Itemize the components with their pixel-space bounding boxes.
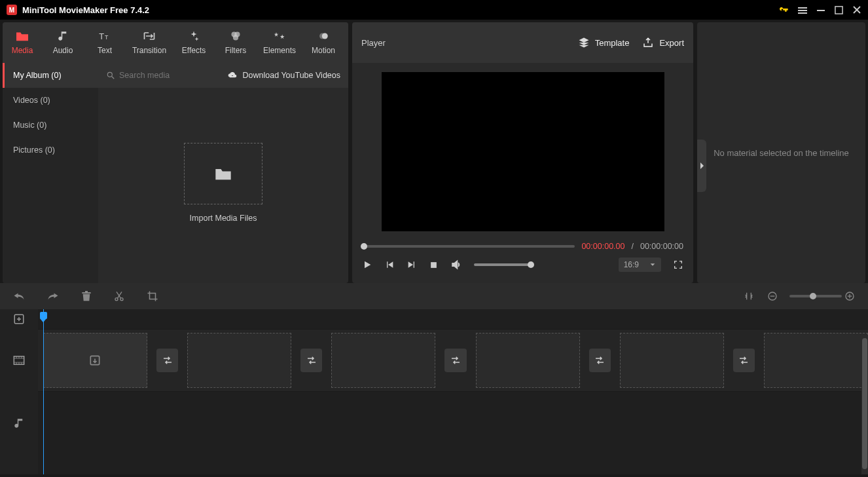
tab-elements[interactable]: Elements <box>257 22 302 63</box>
tab-label: Effects <box>182 46 206 55</box>
svg-point-8 <box>319 33 325 39</box>
tab-text[interactable]: TT Text <box>84 22 126 63</box>
chevron-down-icon <box>649 261 656 268</box>
sparkle-icon <box>188 30 200 42</box>
play-icon[interactable] <box>362 259 372 270</box>
scrubber-thumb[interactable] <box>361 243 367 250</box>
vertical-scrollbar[interactable] <box>861 335 868 474</box>
timeline-tracks <box>38 309 868 474</box>
template-button[interactable]: Template <box>578 37 630 48</box>
prev-frame-icon[interactable] <box>384 259 395 270</box>
sidebar-item-my-album[interactable]: My Album (0) <box>3 63 98 88</box>
media-toolbar: Download YouTube Videos <box>98 63 348 88</box>
aspect-ratio-select[interactable]: 16:9 <box>619 258 661 272</box>
transition-slot[interactable] <box>589 349 611 372</box>
audio-track-icon <box>0 392 38 455</box>
export-icon <box>642 37 654 48</box>
sidebar-item-label: Music (0) <box>13 121 46 130</box>
clip-slot[interactable] <box>620 333 724 388</box>
transition-slot[interactable] <box>444 349 466 372</box>
sidebar-item-pictures[interactable]: Pictures (0) <box>3 138 98 162</box>
delete-icon[interactable] <box>81 290 92 302</box>
folder-icon <box>214 166 232 181</box>
scrubber: 00:00:00.00 / 00:00:00:00 <box>362 242 683 251</box>
music-note-icon <box>57 30 69 42</box>
scrollbar-thumb[interactable] <box>862 338 867 469</box>
hamburger-menu-icon[interactable] <box>798 6 807 14</box>
template-label: Template <box>595 38 630 48</box>
import-zone: Import Media Files <box>98 88 348 283</box>
expand-handle[interactable] <box>697 140 706 192</box>
transition-slot[interactable] <box>300 349 322 372</box>
timeline-ruler[interactable] <box>38 309 868 329</box>
aspect-value: 16:9 <box>624 260 639 269</box>
sidebar-item-videos[interactable]: Videos (0) <box>3 88 98 113</box>
time-current: 00:00:00.00 <box>581 242 624 251</box>
auto-fit-icon[interactable] <box>744 291 754 301</box>
volume-slider[interactable] <box>474 263 533 266</box>
layers-icon <box>578 37 590 48</box>
zoom-in-icon[interactable] <box>844 291 855 301</box>
fullscreen-icon[interactable] <box>673 259 683 270</box>
tab-label: Motion <box>312 46 335 55</box>
license-key-icon[interactable] <box>778 5 789 15</box>
tab-label: Text <box>98 46 112 55</box>
sidebar-item-label: Pictures (0) <box>13 145 55 155</box>
playhead[interactable] <box>43 309 44 474</box>
scrubber-track[interactable] <box>362 245 575 248</box>
search-input[interactable] <box>119 71 198 80</box>
tab-motion[interactable]: Motion <box>302 22 344 63</box>
audio-track[interactable] <box>38 392 868 455</box>
svg-point-6 <box>233 35 238 40</box>
export-button[interactable]: Export <box>642 37 684 48</box>
svg-line-10 <box>112 77 115 79</box>
timeline-gutter <box>0 309 38 474</box>
download-youtube-link[interactable]: Download YouTube Videos <box>227 71 340 80</box>
undo-icon[interactable] <box>13 291 25 301</box>
app-logo: M <box>7 5 17 15</box>
tab-audio[interactable]: Audio <box>42 22 84 63</box>
video-track[interactable] <box>38 329 868 392</box>
stop-icon[interactable] <box>429 260 439 270</box>
tab-media[interactable]: Media <box>3 22 42 63</box>
motion-icon <box>317 30 329 42</box>
svg-rect-0 <box>817 10 825 11</box>
add-track-button[interactable] <box>0 309 38 329</box>
tab-filters[interactable]: Filters <box>215 22 257 63</box>
search-wrap <box>106 71 221 80</box>
close-icon[interactable] <box>852 5 861 14</box>
maximize-icon[interactable] <box>835 6 843 14</box>
clip-slot[interactable] <box>43 333 147 388</box>
clip-slot[interactable] <box>764 333 868 388</box>
video-track-icon <box>0 329 38 392</box>
transition-slot[interactable] <box>733 349 755 372</box>
redo-icon[interactable] <box>47 291 59 301</box>
zoom-thumb[interactable] <box>810 293 816 299</box>
volume-icon[interactable] <box>450 259 462 271</box>
clip-slot[interactable] <box>331 333 435 388</box>
minimize-icon[interactable] <box>816 5 825 14</box>
cloud-download-icon <box>227 71 238 80</box>
clip-slot[interactable] <box>476 333 580 388</box>
zoom-out-icon[interactable] <box>767 291 778 301</box>
tab-effects[interactable]: Effects <box>173 22 215 63</box>
transition-slot[interactable] <box>156 349 178 372</box>
window-title: MiniTool MovieMaker Free 7.4.2 <box>22 5 778 15</box>
top-tabs: Media Audio TT Text Transition <box>3 22 348 63</box>
volume-thumb[interactable] <box>528 261 534 268</box>
zoom-slider[interactable] <box>789 295 842 297</box>
clip-slot[interactable] <box>187 333 291 388</box>
tab-label: Audio <box>53 46 73 55</box>
sidebar-item-label: Videos (0) <box>13 96 50 105</box>
tab-transition[interactable]: Transition <box>126 22 173 63</box>
video-preview <box>382 72 664 231</box>
svg-rect-1 <box>835 6 842 13</box>
svg-text:T: T <box>105 34 109 41</box>
search-icon <box>106 71 115 80</box>
import-media-button[interactable] <box>184 143 262 204</box>
sidebar-item-music[interactable]: Music (0) <box>3 113 98 138</box>
folder-icon <box>15 30 29 42</box>
next-frame-icon[interactable] <box>407 259 417 270</box>
split-icon[interactable] <box>114 290 124 302</box>
crop-icon[interactable] <box>147 290 158 302</box>
